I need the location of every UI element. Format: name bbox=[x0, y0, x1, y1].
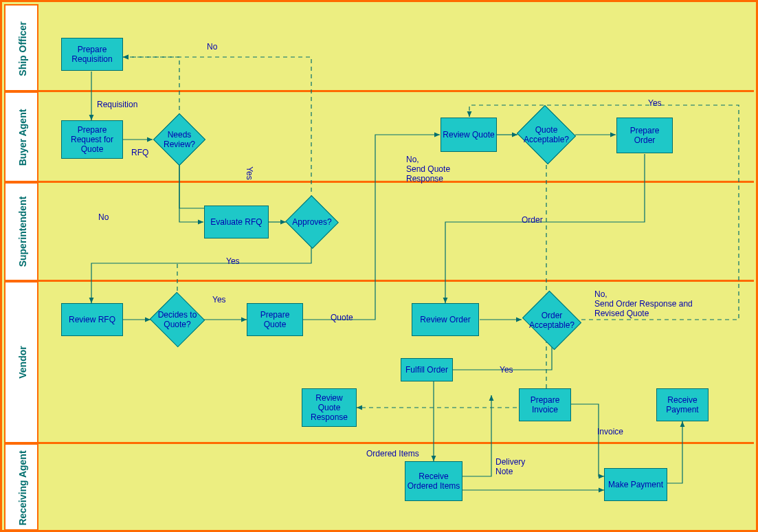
box-review-quote-response: Review Quote Response bbox=[302, 388, 357, 427]
box-evaluate-rfq: Evaluate RFQ bbox=[204, 206, 269, 239]
label-no: No bbox=[207, 42, 217, 52]
label-yes: Yes bbox=[212, 295, 226, 304]
decision-decides-to-quote: Decides to Quote? bbox=[151, 293, 204, 346]
lane-label: Ship Officer bbox=[17, 18, 28, 80]
lane-bar-buyer-agent: Buyer Agent bbox=[4, 91, 38, 182]
swimlane-diagram: Ship Officer Buyer Agent Superintendent … bbox=[0, 0, 758, 532]
decision-label: Decides to Quote? bbox=[151, 293, 204, 346]
decision-label: Order Acceptable? bbox=[522, 293, 582, 347]
lane-sep bbox=[38, 442, 754, 444]
lane-label: Buyer Agent bbox=[17, 107, 28, 168]
box-fulfill-order: Fulfill Order bbox=[401, 358, 453, 381]
box-make-payment: Make Payment bbox=[604, 468, 667, 501]
box-receive-ordered-items: Receive Ordered Items bbox=[405, 461, 462, 501]
label-requisition: Requisition bbox=[97, 100, 137, 109]
label-yes: Yes bbox=[500, 365, 513, 375]
decision-quote-acceptable: Quote Acceptable? bbox=[517, 108, 575, 162]
label-ordered-items: Ordered Items bbox=[366, 449, 419, 458]
label-rfq: RFQ bbox=[131, 148, 148, 157]
label-order: Order bbox=[522, 215, 543, 225]
decision-order-acceptable: Order Acceptable? bbox=[522, 293, 582, 347]
decision-label: Quote Acceptable? bbox=[517, 108, 575, 162]
lane-label: Receiving Agent bbox=[17, 450, 28, 526]
decision-needs-review: Needs Review? bbox=[153, 113, 205, 166]
lane-label: Superintendent bbox=[17, 194, 28, 269]
lane-bar-superintendent: Superintendent bbox=[4, 182, 38, 281]
box-prepare-quote: Prepare Quote bbox=[247, 303, 303, 336]
lane-bar-ship-officer: Ship Officer bbox=[4, 4, 38, 91]
box-prepare-rfq: Prepare Request for Quote bbox=[61, 120, 123, 159]
lane-sep bbox=[38, 181, 754, 183]
box-review-quote: Review Quote bbox=[441, 118, 497, 152]
label-delivery-note: Delivery Note bbox=[495, 457, 525, 476]
box-prepare-order: Prepare Order bbox=[616, 118, 673, 153]
label-quote: Quote bbox=[331, 313, 353, 322]
label-no-send-quote: No, Send Quote Response bbox=[406, 155, 461, 184]
lane-label: Vendor bbox=[17, 338, 28, 386]
lane-bar-receiving-agent: Receiving Agent bbox=[4, 443, 38, 531]
box-prepare-invoice: Prepare Invoice bbox=[519, 388, 571, 421]
box-review-rfq: Review RFQ bbox=[61, 303, 123, 336]
decision-label: Needs Review? bbox=[153, 113, 205, 166]
box-review-order: Review Order bbox=[412, 303, 479, 336]
lane-sep bbox=[38, 90, 754, 92]
label-invoice: Invoice bbox=[597, 427, 623, 436]
decision-approves: Approves? bbox=[287, 197, 337, 247]
label-no: No bbox=[98, 212, 109, 222]
decision-label: Approves? bbox=[287, 197, 337, 247]
lane-bar-vendor: Vendor bbox=[4, 281, 38, 443]
label-yes: Yes bbox=[648, 98, 662, 108]
label-no-send-order: No, Send Order Response and Revised Quot… bbox=[594, 289, 718, 318]
label-yes: Yes bbox=[226, 256, 240, 266]
lane-sep bbox=[38, 280, 754, 282]
box-prepare-requisition: Prepare Requisition bbox=[61, 38, 123, 71]
box-receive-payment: Receive Payment bbox=[656, 388, 709, 421]
label-yes: Yes bbox=[245, 166, 254, 180]
